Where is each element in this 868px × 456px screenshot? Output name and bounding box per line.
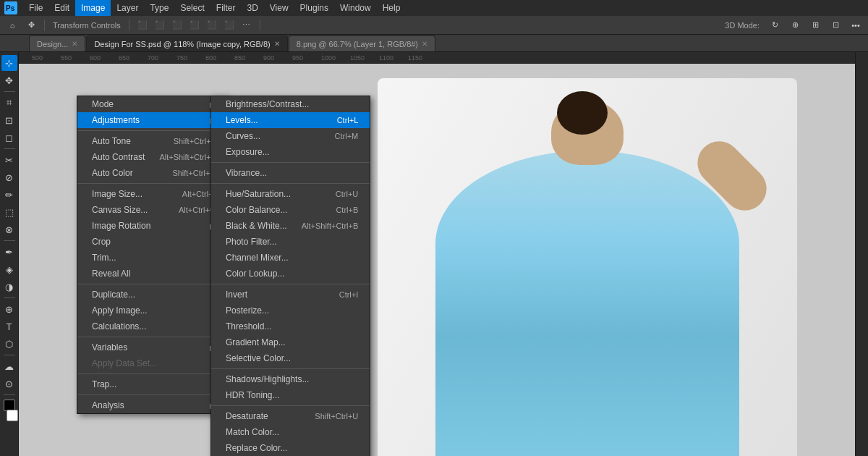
- menu-variables[interactable]: Variables ▶: [77, 339, 227, 355]
- menu-image-mode[interactable]: Mode ▶: [77, 96, 227, 112]
- tool-text[interactable]: T: [1, 318, 17, 334]
- align-bottom-btn[interactable]: ⬛: [221, 17, 237, 33]
- 3d-pan-btn[interactable]: ⊕: [787, 17, 803, 33]
- doc-tab-2[interactable]: Design For SS.psd @ 118% (Image copy, RG…: [86, 35, 287, 51]
- main-area: ⊹ ✥ ⌗ ⊡ ◻ ✂ ⊘ ✏ ⬚ ⊗ ✒ ◈ ◑ ⊕ T ⬡ ☁ ⊙ 5005…: [0, 52, 868, 456]
- tool-move[interactable]: ✥: [1, 72, 17, 88]
- menu-help[interactable]: Help: [377, 0, 407, 16]
- doc-tab-3[interactable]: 8.png @ 66.7% (Layer 1, RGB/8#) ✕: [289, 35, 435, 51]
- adj-replace-color[interactable]: Replace Color...: [211, 440, 370, 456]
- menu-image[interactable]: Image: [75, 0, 111, 16]
- adj-gradient-map[interactable]: Gradient Map...: [211, 334, 370, 350]
- adj-brightness-contrast[interactable]: Brightness/Contrast...: [211, 96, 370, 112]
- adj-levels[interactable]: Levels... Ctrl+L: [211, 112, 370, 128]
- menu-image-size[interactable]: Image Size... Alt+Ctrl+I: [77, 186, 227, 202]
- tool-dodge[interactable]: ◑: [1, 279, 17, 295]
- adj-hue-saturation[interactable]: Hue/Saturation... Ctrl+U: [211, 186, 370, 202]
- menu-view[interactable]: View: [264, 0, 294, 16]
- menu-calculations-label: Calculations...: [92, 321, 146, 332]
- home-button[interactable]: ⌂: [4, 17, 20, 33]
- menu-apply-image[interactable]: Apply Image...: [77, 303, 227, 318]
- menu-layer[interactable]: Layer: [111, 0, 144, 16]
- ruler-tick: 600: [88, 54, 117, 62]
- menu-edit[interactable]: Edit: [48, 0, 75, 16]
- adj-selective-color[interactable]: Selective Color...: [211, 350, 370, 366]
- adj-color-lookup[interactable]: Color Lookup...: [211, 266, 370, 282]
- menu-duplicate-label: Duplicate...: [92, 290, 135, 300]
- tool-eraser[interactable]: ⊗: [1, 221, 17, 237]
- adj-photo-filter[interactable]: Photo Filter...: [211, 234, 370, 250]
- menu-calculations[interactable]: Calculations...: [77, 318, 227, 334]
- menu-auto-tone[interactable]: Auto Tone Shift+Ctrl+L: [77, 133, 227, 149]
- menu-plugins[interactable]: Plugins: [294, 0, 334, 16]
- menu-auto-contrast[interactable]: Auto Contrast Alt+Shift+Ctrl+L: [77, 149, 227, 165]
- adj-vibrance[interactable]: Vibrance...: [211, 165, 370, 181]
- adj-hdr-toning[interactable]: HDR Toning...: [211, 387, 370, 403]
- adj-match-color[interactable]: Match Color...: [211, 424, 370, 440]
- menu-duplicate[interactable]: Duplicate...: [77, 287, 227, 303]
- tool-bg-color[interactable]: [7, 410, 18, 421]
- menu-type[interactable]: Type: [144, 0, 174, 16]
- ruler-tick: 1100: [378, 54, 407, 62]
- menu-crop[interactable]: Crop: [77, 234, 227, 250]
- 3d-zoom-btn[interactable]: ⊞: [807, 17, 823, 33]
- adj-shadows-highlights[interactable]: Shadows/Highlights...: [211, 371, 370, 387]
- tool-lasso[interactable]: ⌗: [1, 95, 17, 111]
- tool-pen[interactable]: ⊕: [1, 301, 17, 317]
- adj-exposure[interactable]: Exposure...: [211, 144, 370, 160]
- adj-invert[interactable]: Invert Ctrl+I: [211, 287, 370, 303]
- adj-threshold[interactable]: Threshold...: [211, 318, 370, 334]
- align-center-btn[interactable]: ⬛: [152, 17, 168, 33]
- tool-history[interactable]: ⬚: [1, 204, 17, 220]
- tool-gradient[interactable]: ✒: [1, 244, 17, 260]
- tool-blur[interactable]: ◈: [1, 261, 17, 277]
- adj-channel-mixer[interactable]: Channel Mixer...: [211, 250, 370, 266]
- tool-slice[interactable]: ◻: [1, 130, 17, 145]
- doc-tab-1[interactable]: Design... ✕: [29, 35, 85, 51]
- menu-analysis[interactable]: Analysis ▶: [77, 397, 227, 413]
- menu-canvas-size[interactable]: Canvas Size... Alt+Ctrl+C: [77, 202, 227, 218]
- adj-desaturate[interactable]: Desaturate Shift+Ctrl+U: [211, 408, 370, 424]
- menu-3d[interactable]: 3D: [241, 0, 263, 16]
- 3d-rotate-btn[interactable]: ↻: [767, 17, 783, 33]
- menu-reveal-all[interactable]: Reveal All: [77, 266, 227, 282]
- adj-color-balance[interactable]: Color Balance... Ctrl+B: [211, 202, 370, 218]
- doc-tab-1-close[interactable]: ✕: [72, 40, 77, 48]
- adj-desaturate-label: Desaturate: [226, 411, 268, 421]
- menu-filter[interactable]: Filter: [210, 0, 242, 16]
- tool-brush[interactable]: ⊘: [1, 169, 17, 185]
- menu-image-rotation[interactable]: Image Rotation ▶: [77, 218, 227, 234]
- toolbar-separator-2: [129, 20, 129, 31]
- adj-posterize[interactable]: Posterize...: [211, 303, 370, 318]
- adj-black-white[interactable]: Black & White... Alt+Shift+Ctrl+B: [211, 218, 370, 234]
- canvas-content[interactable]: Mode ▶ Adjustments ▶ Auto Tone Shift+Ctr…: [19, 64, 855, 456]
- tool-shape[interactable]: ⬡: [1, 336, 17, 352]
- menu-select[interactable]: Select: [174, 0, 210, 16]
- tool-hand[interactable]: ☁: [1, 358, 17, 374]
- doc-tab-3-close[interactable]: ✕: [422, 40, 427, 48]
- move-tool-btn[interactable]: ✥: [23, 17, 39, 33]
- tool-zoom[interactable]: ⊙: [1, 376, 17, 392]
- tool-crop[interactable]: ⊡: [1, 112, 17, 128]
- distribute-btn[interactable]: ⋯: [239, 17, 255, 33]
- menu-window[interactable]: Window: [334, 0, 377, 16]
- adj-curves[interactable]: Curves... Ctrl+M: [211, 128, 370, 144]
- tool-stamp[interactable]: ✏: [1, 187, 17, 203]
- align-right-btn[interactable]: ⬛: [169, 17, 185, 33]
- doc-tab-2-close[interactable]: ✕: [274, 40, 280, 48]
- menu-image-size-shortcut: Alt+Ctrl+I: [168, 190, 216, 198]
- align-top-btn[interactable]: ⬛: [187, 17, 203, 33]
- menu-auto-color[interactable]: Auto Color Shift+Ctrl+B: [77, 165, 227, 181]
- more-options-btn[interactable]: •••: [848, 17, 864, 33]
- menu-trap[interactable]: Trap...: [77, 376, 227, 392]
- adj-shadows-highlights-label: Shadows/Highlights...: [226, 374, 309, 384]
- align-middle-btn[interactable]: ⬛: [204, 17, 220, 33]
- tool-select[interactable]: ⊹: [1, 55, 17, 71]
- menu-file[interactable]: File: [23, 0, 48, 16]
- menu-trim[interactable]: Trim...: [77, 250, 227, 266]
- adj-hue-saturation-label: Hue/Saturation...: [226, 189, 291, 199]
- align-left-btn[interactable]: ⬛: [135, 17, 150, 33]
- 3d-camera-btn[interactable]: ⊡: [827, 17, 843, 33]
- menu-image-adjustments[interactable]: Adjustments ▶: [77, 112, 227, 128]
- tool-heal[interactable]: ✂: [1, 152, 17, 168]
